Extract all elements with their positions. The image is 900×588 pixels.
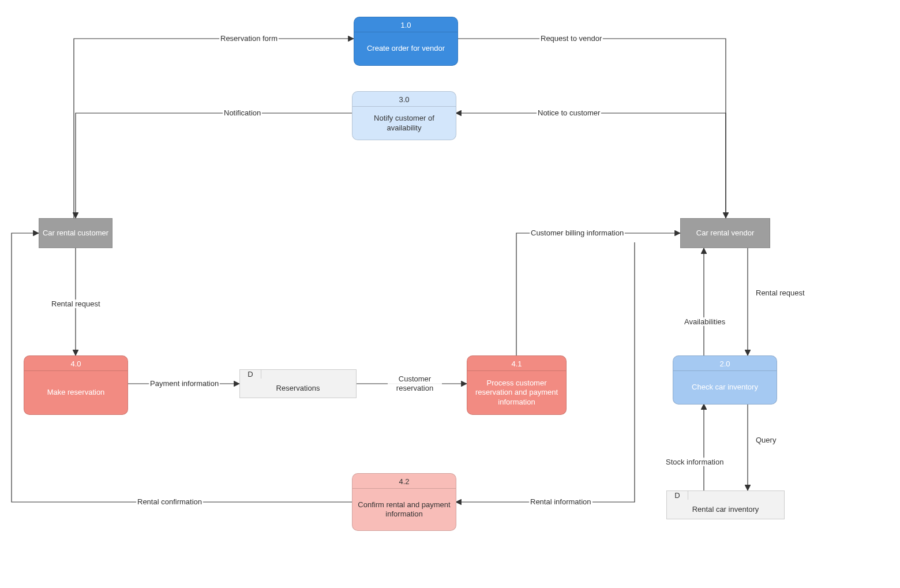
entity-vendor[interactable]: Car rental vendor	[680, 218, 770, 248]
label-customer-billing-information: Customer billing information	[530, 229, 625, 237]
datastore-reservations[interactable]: D Reservations	[239, 369, 357, 398]
process-title: Confirm rental and payment information	[352, 489, 456, 530]
label-reservation-form: Reservation form	[219, 34, 279, 43]
label-customer-reservation: Customer reservation	[388, 374, 442, 392]
process-title: Make reservation	[24, 371, 127, 414]
process-1-0[interactable]: 1.0 Create order for vendor	[354, 17, 458, 66]
process-title: Create order for vendor	[354, 32, 457, 65]
label-notice-to-customer: Notice to customer	[537, 108, 601, 117]
label-rental-request-left: Rental request	[50, 299, 102, 308]
label-query: Query	[755, 436, 777, 444]
process-number: 2.0	[673, 356, 777, 370]
label-request-to-vendor: Request to vendor	[539, 34, 603, 43]
process-title: Notify customer of availability	[352, 107, 456, 140]
entity-customer[interactable]: Car rental customer	[39, 218, 112, 248]
process-4-2[interactable]: 4.2 Confirm rental and payment informati…	[352, 473, 456, 531]
process-title: Check car inventory	[673, 371, 777, 404]
diagram-canvas: 1.0 Create order for vendor 3.0 Notify c…	[0, 0, 900, 588]
datastore-inventory[interactable]: D Rental car inventory	[666, 490, 785, 519]
label-notification: Notification	[223, 108, 262, 117]
process-4-0[interactable]: 4.0 Make reservation	[24, 355, 128, 415]
label-rental-confirmation: Rental confirmation	[136, 497, 203, 506]
datastore-marker: D	[667, 491, 688, 500]
datastore-title: Reservations	[240, 379, 356, 398]
label-stock-information: Stock information	[665, 458, 725, 466]
label-rental-request-right: Rental request	[755, 289, 806, 297]
process-number: 4.2	[352, 474, 456, 488]
process-number: 4.1	[467, 356, 566, 370]
process-number: 1.0	[354, 17, 457, 32]
process-number: 4.0	[24, 356, 127, 370]
label-availabilities: Availabilities	[683, 317, 726, 326]
process-4-1[interactable]: 4.1 Process customer reservation and pay…	[467, 355, 567, 415]
process-title: Process customer reservation and payment…	[467, 371, 566, 414]
process-2-0[interactable]: 2.0 Check car inventory	[673, 355, 777, 405]
datastore-marker: D	[240, 370, 261, 379]
label-payment-information: Payment information	[149, 379, 220, 388]
process-number: 3.0	[352, 92, 456, 106]
label-rental-information: Rental information	[529, 497, 592, 506]
datastore-title: Rental car inventory	[667, 500, 784, 519]
process-3-0[interactable]: 3.0 Notify customer of availability	[352, 91, 456, 140]
